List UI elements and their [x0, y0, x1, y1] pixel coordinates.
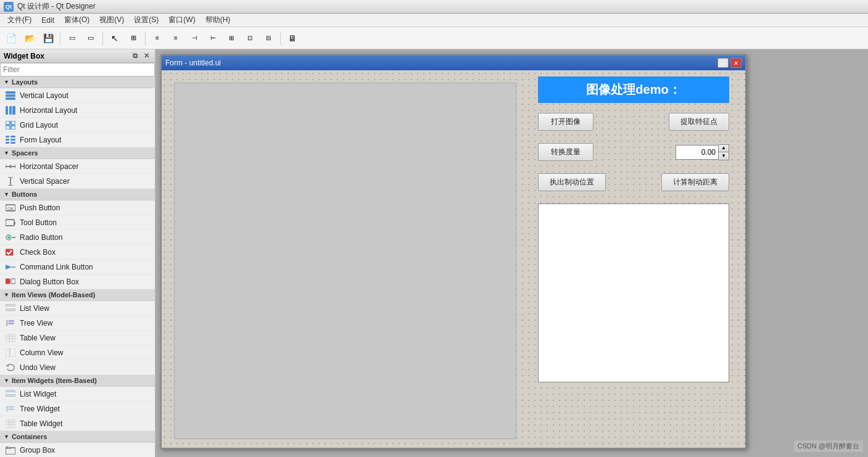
list-view-icon — [5, 303, 16, 313]
horizontal-layout-icon — [5, 105, 16, 115]
widget-vertical-spacer[interactable]: Vertical Spacer — [0, 174, 155, 189]
widget-list-widget[interactable]: List Widget — [0, 387, 155, 401]
menu-form[interactable]: 窗体(O) — [59, 14, 94, 27]
widget-push-button[interactable]: OK Push Button — [0, 200, 155, 215]
tool-button-label: Tool Button — [20, 218, 57, 227]
toolbar-align4[interactable]: ⊢ — [204, 30, 221, 47]
menu-settings[interactable]: 设置(S) — [129, 14, 163, 27]
widget-tree-widget[interactable]: Tree Widget — [0, 401, 155, 416]
category-item-views[interactable]: ▼ Item Views (Model-Based) — [0, 289, 155, 301]
category-item-widgets[interactable]: ▼ Item Widgets (Item-Based) — [0, 375, 155, 387]
grid-layout-icon — [5, 120, 16, 130]
containers-arrow: ▼ — [4, 434, 9, 440]
widget-horizontal-layout[interactable]: Horizontal Layout — [0, 103, 155, 118]
widget-column-view[interactable]: Column View — [0, 345, 155, 360]
vertical-layout-label: Vertical Layout — [20, 91, 68, 100]
widget-vertical-layout[interactable]: Vertical Layout — [0, 88, 155, 103]
toolbar-frame2[interactable]: ▭ — [82, 30, 99, 47]
menu-edit[interactable]: Edit — [36, 15, 59, 26]
watermark: CSDN @明月醉窗台 — [794, 440, 863, 452]
buttons-label: Buttons — [12, 191, 38, 198]
svg-marker-52 — [6, 364, 9, 367]
toolbar-align3[interactable]: ⊣ — [186, 30, 203, 47]
tree-view-label: Tree View — [20, 319, 52, 327]
widget-tree-view[interactable]: Tree View — [0, 316, 155, 331]
svg-rect-0 — [6, 91, 15, 94]
calc-distance-button[interactable]: 计算制动距离 — [661, 173, 729, 191]
spinbox-input[interactable] — [676, 145, 719, 160]
output-position-button[interactable]: 执出制动位置 — [538, 173, 606, 191]
widget-box: Widget Box ⧉ ✕ ▼ Layouts Vertical Layout — [0, 49, 155, 457]
output-text-area[interactable] — [538, 204, 729, 382]
svg-rect-35 — [6, 279, 10, 284]
column-view-icon — [5, 348, 16, 358]
widget-undo-view[interactable]: Undo View — [0, 360, 155, 375]
widget-group-box[interactable]: Box Group Box — [0, 443, 155, 457]
widget-box-close[interactable]: ✕ — [142, 52, 151, 60]
svg-rect-39 — [6, 309, 15, 311]
toolbar-preview[interactable]: 🖥 — [284, 30, 301, 47]
window-minimize-button[interactable]: — — [717, 58, 729, 68]
window-close-button[interactable]: ✕ — [730, 58, 742, 68]
spinbox-down-button[interactable]: ▼ — [719, 152, 729, 160]
category-buttons[interactable]: ▼ Buttons — [0, 189, 155, 200]
category-spacers[interactable]: ▼ Spacers — [0, 147, 155, 159]
undo-view-icon — [5, 363, 16, 373]
svg-rect-44 — [9, 323, 14, 324]
widget-horizontal-spacer[interactable]: Horizontal Spacer — [0, 159, 155, 174]
button-row-1: 打开图像 提取特征点 — [538, 113, 729, 131]
table-view-icon — [5, 333, 16, 343]
widget-table-widget[interactable]: Table Widget — [0, 416, 155, 431]
qt-form-titlebar: Form - untitled.ui — ✕ — [162, 56, 745, 70]
menu-window[interactable]: 窗口(W) — [163, 14, 200, 27]
toolbar-pointer[interactable]: ↖ — [106, 30, 123, 47]
svg-rect-2 — [6, 97, 15, 100]
widget-box-float[interactable]: ⧉ — [131, 52, 139, 60]
tree-widget-label: Tree Widget — [20, 405, 60, 413]
table-widget-label: Table Widget — [20, 419, 62, 428]
svg-rect-14 — [6, 142, 9, 144]
toolbar-save[interactable]: 💾 — [39, 30, 57, 47]
widget-tool-button[interactable]: Tool Button — [0, 215, 155, 230]
toolbar-open[interactable]: 📂 — [21, 30, 38, 47]
svg-rect-1 — [6, 94, 15, 97]
toolbar-break[interactable]: ⊡ — [241, 30, 258, 47]
svg-rect-15 — [10, 142, 15, 144]
widget-dialog-button-box[interactable]: Dialog Button Box — [0, 274, 155, 289]
widget-command-link-button[interactable]: Command Link Button — [0, 260, 155, 274]
toolbar-align2[interactable]: ≡ — [167, 30, 184, 47]
svg-marker-33 — [6, 265, 12, 270]
list-widget-label: List Widget — [20, 390, 56, 398]
toolbar-adjust[interactable]: ⊟ — [260, 30, 277, 47]
widget-check-box[interactable]: Check Box — [0, 245, 155, 260]
category-containers[interactable]: ▼ Containers — [0, 431, 155, 443]
group-box-label: Group Box — [20, 446, 55, 455]
open-image-button[interactable]: 打开图像 — [538, 113, 593, 131]
svg-rect-11 — [10, 136, 15, 138]
widget-filter-input[interactable] — [0, 63, 155, 76]
spinbox-up-button[interactable]: ▲ — [719, 145, 729, 152]
widget-table-view[interactable]: Table View — [0, 331, 155, 345]
toolbar-frame1[interactable]: ▭ — [64, 30, 81, 47]
widget-radio-button[interactable]: Radio Button — [0, 230, 155, 245]
widget-form-layout[interactable]: Form Layout — [0, 133, 155, 147]
widget-list-view[interactable]: List View — [0, 301, 155, 316]
toolbar-widget[interactable]: ⊞ — [125, 30, 142, 47]
menu-file[interactable]: 文件(F) — [2, 14, 36, 27]
svg-rect-4 — [9, 106, 12, 115]
svg-rect-59 — [9, 406, 14, 408]
convert-button[interactable]: 转换度量 — [538, 143, 593, 161]
menu-view[interactable]: 视图(V) — [94, 14, 129, 27]
toolbar-new[interactable]: 📄 — [2, 30, 20, 47]
category-layouts[interactable]: ▼ Layouts — [0, 76, 155, 88]
toolbar-align1[interactable]: ≡ — [149, 30, 166, 47]
menu-help[interactable]: 帮助(H) — [200, 14, 236, 27]
svg-rect-3 — [6, 106, 8, 115]
toolbar-grid[interactable]: ⊞ — [223, 30, 240, 47]
app-icon: Qt — [4, 2, 14, 12]
widget-grid-layout[interactable]: Grid Layout — [0, 118, 155, 133]
vertical-spacer-label: Vertical Spacer — [20, 177, 70, 186]
layouts-label: Layouts — [12, 78, 38, 86]
feature-points-button[interactable]: 提取特征点 — [669, 113, 729, 131]
item-widgets-label: Item Widgets (Item-Based) — [12, 377, 97, 384]
